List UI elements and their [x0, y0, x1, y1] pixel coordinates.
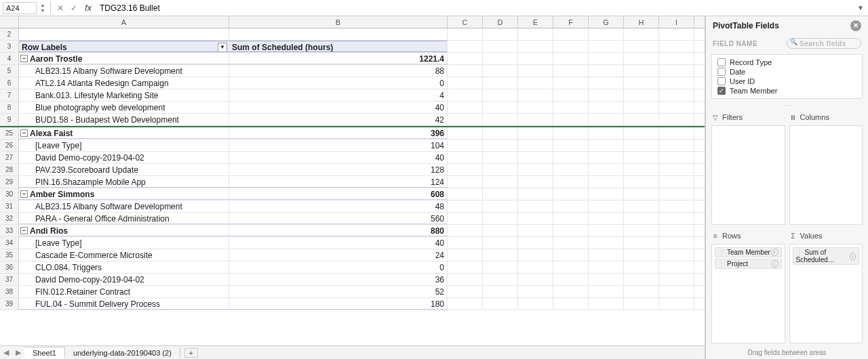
empty-cell[interactable] — [448, 286, 483, 297]
row-header[interactable]: 5 — [0, 65, 19, 77]
empty-cell[interactable] — [483, 225, 518, 236]
empty-cell[interactable] — [483, 65, 518, 77]
empty-cell[interactable] — [589, 200, 624, 212]
pivot-child-value[interactable]: 104 — [229, 140, 448, 151]
empty-cell[interactable] — [483, 41, 518, 52]
row-header[interactable]: 7 — [0, 89, 19, 101]
empty-cell[interactable] — [659, 213, 694, 224]
pivot-group-total[interactable]: 880 — [229, 225, 448, 236]
row-header[interactable]: 8 — [0, 102, 19, 113]
pivot-row-chip[interactable]: ⋮Team Memberi — [715, 247, 782, 257]
empty-cell[interactable] — [448, 114, 483, 125]
chip-info-icon[interactable]: i — [771, 260, 778, 268]
row-header[interactable]: 31 — [0, 200, 19, 212]
empty-cell[interactable] — [19, 28, 229, 40]
empty-cell[interactable] — [589, 213, 624, 224]
empty-cell[interactable] — [553, 41, 589, 52]
empty-cell[interactable] — [659, 65, 694, 77]
empty-cell[interactable] — [553, 114, 589, 125]
row-header[interactable]: 30 — [0, 188, 19, 200]
empty-cell[interactable] — [518, 213, 553, 224]
empty-cell[interactable] — [589, 188, 624, 200]
empty-cell[interactable] — [448, 89, 483, 101]
pivot-value-chip[interactable]: ⋮Sum of Scheduled…i — [793, 247, 860, 265]
empty-cell[interactable] — [448, 176, 483, 188]
empty-cell[interactable] — [624, 102, 659, 113]
formula-input[interactable] — [97, 2, 853, 14]
pivot-row-labels-header[interactable]: Row Labels▼ — [19, 41, 229, 52]
empty-cell[interactable] — [553, 89, 589, 101]
empty-cell[interactable] — [553, 77, 589, 89]
empty-cell[interactable] — [518, 176, 553, 188]
row-header[interactable]: 37 — [0, 274, 19, 285]
chip-info-icon[interactable]: i — [771, 249, 778, 256]
empty-cell[interactable] — [589, 249, 624, 261]
empty-cell[interactable] — [589, 102, 624, 113]
pane-resize-handle[interactable]: ⋯ — [706, 102, 868, 110]
pivot-child-value[interactable]: 4 — [229, 89, 448, 101]
empty-cell[interactable] — [518, 200, 553, 212]
empty-cell[interactable] — [589, 28, 624, 40]
expand-formula-bar[interactable]: ▼ — [856, 4, 865, 12]
sheet-nav-prev[interactable]: ◀ — [0, 348, 12, 357]
empty-cell[interactable] — [483, 213, 518, 224]
pivot-row-chip[interactable]: ⋮Projecti — [715, 259, 782, 269]
empty-cell[interactable] — [589, 274, 624, 285]
empty-cell[interactable] — [518, 152, 553, 163]
empty-cell[interactable] — [589, 152, 624, 163]
empty-cell[interactable] — [553, 213, 589, 224]
collapse-group-button[interactable]: − — [20, 190, 28, 198]
empty-cell[interactable] — [553, 140, 589, 151]
pivot-child-value[interactable]: 42 — [229, 114, 448, 125]
pivot-child-label[interactable]: Blue photography web development — [19, 102, 229, 113]
empty-cell[interactable] — [589, 237, 624, 249]
empty-cell[interactable] — [659, 298, 694, 310]
chip-info-icon[interactable]: i — [850, 253, 856, 260]
empty-cell[interactable] — [553, 261, 589, 273]
pivot-child-label[interactable]: CLO.084. Triggers — [19, 261, 229, 273]
pivot-sum-header[interactable]: Sum of Scheduled (hours) — [229, 41, 448, 52]
empty-cell[interactable] — [448, 274, 483, 285]
empty-cell[interactable] — [553, 274, 589, 285]
empty-cell[interactable] — [483, 176, 518, 188]
pivot-child-label[interactable]: FUL.04 - Summit Delivery Process — [19, 298, 229, 310]
empty-cell[interactable] — [659, 53, 694, 64]
add-sheet-button[interactable]: + — [184, 348, 198, 358]
empty-cell[interactable] — [448, 140, 483, 151]
empty-cell[interactable] — [659, 114, 694, 125]
row-header[interactable]: 33 — [0, 225, 19, 236]
empty-cell[interactable] — [659, 261, 694, 273]
checkbox[interactable] — [717, 77, 726, 85]
pivot-group-row[interactable]: −Alexa Faist — [19, 127, 229, 139]
empty-cell[interactable] — [589, 298, 624, 310]
empty-cell[interactable] — [589, 140, 624, 151]
empty-cell[interactable] — [518, 261, 553, 273]
empty-cell[interactable] — [659, 28, 694, 40]
pivot-child-value[interactable]: 40 — [229, 102, 448, 113]
empty-cell[interactable] — [483, 28, 518, 40]
empty-cell[interactable] — [589, 41, 624, 52]
pivot-child-value[interactable]: 40 — [229, 237, 448, 249]
empty-cell[interactable] — [659, 41, 694, 52]
pivot-child-value[interactable]: 560 — [229, 213, 448, 224]
row-header[interactable]: 26 — [0, 140, 19, 151]
empty-cell[interactable] — [659, 140, 694, 151]
empty-cell[interactable] — [448, 213, 483, 224]
empty-cell[interactable] — [518, 298, 553, 310]
pivot-child-label[interactable]: ALB23.15 Albany Software Development — [19, 200, 229, 212]
columns-drop-area[interactable] — [789, 125, 863, 225]
pivot-child-value[interactable]: 124 — [229, 176, 448, 188]
filters-drop-area[interactable] — [711, 125, 785, 225]
empty-cell[interactable] — [483, 274, 518, 285]
col-header-C[interactable]: C — [448, 16, 483, 28]
empty-cell[interactable] — [589, 89, 624, 101]
empty-cell[interactable] — [448, 77, 483, 89]
empty-cell[interactable] — [518, 65, 553, 77]
empty-cell[interactable] — [659, 164, 694, 175]
values-drop-area[interactable]: ⋮Sum of Scheduled…i — [789, 244, 863, 343]
row-header[interactable]: 6 — [0, 77, 19, 89]
empty-cell[interactable] — [483, 237, 518, 249]
row-header[interactable]: 35 — [0, 249, 19, 261]
empty-cell[interactable] — [553, 188, 589, 200]
pivot-child-label[interactable]: Bank.013. Lifestyle Marketing Site — [19, 89, 229, 101]
